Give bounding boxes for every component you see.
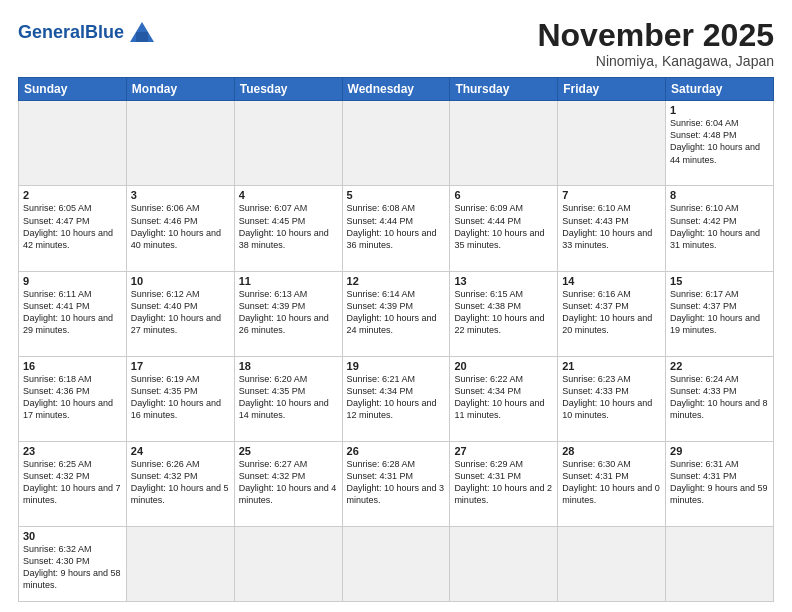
- day-header-saturday: Saturday: [666, 78, 774, 101]
- day-info: Sunrise: 6:24 AM Sunset: 4:33 PM Dayligh…: [670, 373, 769, 422]
- day-info: Sunrise: 6:14 AM Sunset: 4:39 PM Dayligh…: [347, 288, 446, 337]
- day-number: 17: [131, 360, 230, 372]
- calendar-cell: [450, 101, 558, 186]
- day-info: Sunrise: 6:07 AM Sunset: 4:45 PM Dayligh…: [239, 202, 338, 251]
- calendar-cell: 4Sunrise: 6:07 AM Sunset: 4:45 PM Daylig…: [234, 186, 342, 271]
- day-info: Sunrise: 6:30 AM Sunset: 4:31 PM Dayligh…: [562, 458, 661, 507]
- day-number: 9: [23, 275, 122, 287]
- calendar-cell: [126, 101, 234, 186]
- day-info: Sunrise: 6:32 AM Sunset: 4:30 PM Dayligh…: [23, 543, 122, 592]
- day-number: 14: [562, 275, 661, 287]
- day-header-thursday: Thursday: [450, 78, 558, 101]
- calendar-cell: 7Sunrise: 6:10 AM Sunset: 4:43 PM Daylig…: [558, 186, 666, 271]
- day-info: Sunrise: 6:05 AM Sunset: 4:47 PM Dayligh…: [23, 202, 122, 251]
- day-number: 20: [454, 360, 553, 372]
- logo-blue: Blue: [85, 22, 124, 42]
- day-number: 26: [347, 445, 446, 457]
- calendar-cell: 14Sunrise: 6:16 AM Sunset: 4:37 PM Dayli…: [558, 271, 666, 356]
- day-info: Sunrise: 6:22 AM Sunset: 4:34 PM Dayligh…: [454, 373, 553, 422]
- day-info: Sunrise: 6:23 AM Sunset: 4:33 PM Dayligh…: [562, 373, 661, 422]
- calendar-cell: 8Sunrise: 6:10 AM Sunset: 4:42 PM Daylig…: [666, 186, 774, 271]
- day-number: 6: [454, 189, 553, 201]
- logo-icon: [126, 18, 158, 46]
- calendar-cell: [126, 527, 234, 602]
- calendar-cell: 3Sunrise: 6:06 AM Sunset: 4:46 PM Daylig…: [126, 186, 234, 271]
- calendar-cell: 24Sunrise: 6:26 AM Sunset: 4:32 PM Dayli…: [126, 441, 234, 526]
- day-info: Sunrise: 6:29 AM Sunset: 4:31 PM Dayligh…: [454, 458, 553, 507]
- day-number: 30: [23, 530, 122, 542]
- calendar-cell: 11Sunrise: 6:13 AM Sunset: 4:39 PM Dayli…: [234, 271, 342, 356]
- day-number: 5: [347, 189, 446, 201]
- calendar-cell: 21Sunrise: 6:23 AM Sunset: 4:33 PM Dayli…: [558, 356, 666, 441]
- calendar-cell: 1Sunrise: 6:04 AM Sunset: 4:48 PM Daylig…: [666, 101, 774, 186]
- day-number: 29: [670, 445, 769, 457]
- day-info: Sunrise: 6:06 AM Sunset: 4:46 PM Dayligh…: [131, 202, 230, 251]
- calendar-cell: 29Sunrise: 6:31 AM Sunset: 4:31 PM Dayli…: [666, 441, 774, 526]
- day-info: Sunrise: 6:17 AM Sunset: 4:37 PM Dayligh…: [670, 288, 769, 337]
- calendar-cell: 27Sunrise: 6:29 AM Sunset: 4:31 PM Dayli…: [450, 441, 558, 526]
- day-info: Sunrise: 6:28 AM Sunset: 4:31 PM Dayligh…: [347, 458, 446, 507]
- calendar-header-row: SundayMondayTuesdayWednesdayThursdayFrid…: [19, 78, 774, 101]
- day-number: 8: [670, 189, 769, 201]
- day-number: 24: [131, 445, 230, 457]
- day-number: 4: [239, 189, 338, 201]
- calendar-cell: 5Sunrise: 6:08 AM Sunset: 4:44 PM Daylig…: [342, 186, 450, 271]
- day-number: 23: [23, 445, 122, 457]
- day-info: Sunrise: 6:18 AM Sunset: 4:36 PM Dayligh…: [23, 373, 122, 422]
- calendar-cell: 9Sunrise: 6:11 AM Sunset: 4:41 PM Daylig…: [19, 271, 127, 356]
- calendar-cell: 25Sunrise: 6:27 AM Sunset: 4:32 PM Dayli…: [234, 441, 342, 526]
- calendar-cell: [558, 527, 666, 602]
- day-info: Sunrise: 6:19 AM Sunset: 4:35 PM Dayligh…: [131, 373, 230, 422]
- day-info: Sunrise: 6:04 AM Sunset: 4:48 PM Dayligh…: [670, 117, 769, 166]
- day-header-tuesday: Tuesday: [234, 78, 342, 101]
- calendar-cell: 23Sunrise: 6:25 AM Sunset: 4:32 PM Dayli…: [19, 441, 127, 526]
- calendar-cell: 30Sunrise: 6:32 AM Sunset: 4:30 PM Dayli…: [19, 527, 127, 602]
- day-number: 13: [454, 275, 553, 287]
- month-title: November 2025: [537, 18, 774, 53]
- calendar-cell: 13Sunrise: 6:15 AM Sunset: 4:38 PM Dayli…: [450, 271, 558, 356]
- day-header-monday: Monday: [126, 78, 234, 101]
- day-info: Sunrise: 6:15 AM Sunset: 4:38 PM Dayligh…: [454, 288, 553, 337]
- calendar-cell: 15Sunrise: 6:17 AM Sunset: 4:37 PM Dayli…: [666, 271, 774, 356]
- day-info: Sunrise: 6:16 AM Sunset: 4:37 PM Dayligh…: [562, 288, 661, 337]
- day-number: 28: [562, 445, 661, 457]
- day-number: 2: [23, 189, 122, 201]
- svg-marker-1: [136, 32, 148, 42]
- calendar-cell: 22Sunrise: 6:24 AM Sunset: 4:33 PM Dayli…: [666, 356, 774, 441]
- day-info: Sunrise: 6:10 AM Sunset: 4:42 PM Dayligh…: [670, 202, 769, 251]
- day-number: 12: [347, 275, 446, 287]
- calendar-cell: [342, 101, 450, 186]
- day-info: Sunrise: 6:26 AM Sunset: 4:32 PM Dayligh…: [131, 458, 230, 507]
- calendar-page: GeneralBlue November 2025 Ninomiya, Kana…: [0, 0, 792, 612]
- calendar-cell: [450, 527, 558, 602]
- calendar-cell: 28Sunrise: 6:30 AM Sunset: 4:31 PM Dayli…: [558, 441, 666, 526]
- calendar-cell: [234, 101, 342, 186]
- day-info: Sunrise: 6:12 AM Sunset: 4:40 PM Dayligh…: [131, 288, 230, 337]
- day-info: Sunrise: 6:11 AM Sunset: 4:41 PM Dayligh…: [23, 288, 122, 337]
- day-number: 27: [454, 445, 553, 457]
- calendar-cell: 2Sunrise: 6:05 AM Sunset: 4:47 PM Daylig…: [19, 186, 127, 271]
- day-header-friday: Friday: [558, 78, 666, 101]
- calendar-cell: 19Sunrise: 6:21 AM Sunset: 4:34 PM Dayli…: [342, 356, 450, 441]
- title-block: November 2025 Ninomiya, Kanagawa, Japan: [537, 18, 774, 69]
- day-number: 18: [239, 360, 338, 372]
- calendar-cell: 20Sunrise: 6:22 AM Sunset: 4:34 PM Dayli…: [450, 356, 558, 441]
- location-subtitle: Ninomiya, Kanagawa, Japan: [537, 53, 774, 69]
- day-header-wednesday: Wednesday: [342, 78, 450, 101]
- day-header-sunday: Sunday: [19, 78, 127, 101]
- day-info: Sunrise: 6:20 AM Sunset: 4:35 PM Dayligh…: [239, 373, 338, 422]
- calendar-cell: 17Sunrise: 6:19 AM Sunset: 4:35 PM Dayli…: [126, 356, 234, 441]
- day-info: Sunrise: 6:27 AM Sunset: 4:32 PM Dayligh…: [239, 458, 338, 507]
- day-number: 11: [239, 275, 338, 287]
- calendar-cell: 6Sunrise: 6:09 AM Sunset: 4:44 PM Daylig…: [450, 186, 558, 271]
- calendar-cell: 12Sunrise: 6:14 AM Sunset: 4:39 PM Dayli…: [342, 271, 450, 356]
- day-number: 7: [562, 189, 661, 201]
- day-number: 10: [131, 275, 230, 287]
- page-header: GeneralBlue November 2025 Ninomiya, Kana…: [18, 18, 774, 69]
- day-number: 22: [670, 360, 769, 372]
- day-number: 15: [670, 275, 769, 287]
- calendar-cell: [19, 101, 127, 186]
- day-number: 25: [239, 445, 338, 457]
- day-info: Sunrise: 6:31 AM Sunset: 4:31 PM Dayligh…: [670, 458, 769, 507]
- calendar-cell: 18Sunrise: 6:20 AM Sunset: 4:35 PM Dayli…: [234, 356, 342, 441]
